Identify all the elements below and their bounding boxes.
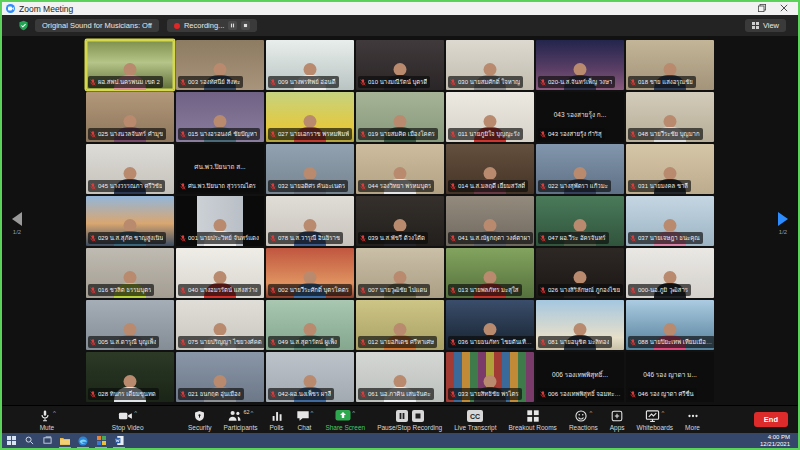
- participant-tile[interactable]: 032 นายอดิศร คันธะเนตร: [266, 144, 354, 194]
- participant-tile[interactable]: 030 นายสมศักดิ์ ใจหาญ: [446, 40, 534, 90]
- close-icon[interactable]: [780, 4, 788, 14]
- muted-mic-icon: [450, 287, 456, 294]
- participant-grid: ผอ.สพป.นครพนม เขต 2003 รองทัศนีย์ สิงหะ0…: [86, 40, 714, 402]
- participant-tile[interactable]: 078 น.ส.วารุณี อินธิราช: [266, 196, 354, 246]
- participant-tile[interactable]: 045 นางวรรณภา ศรีวิชัย: [86, 144, 174, 194]
- participant-tile[interactable]: 018 ชาย แสงอรุณชัย: [626, 40, 714, 90]
- encryption-shield-icon[interactable]: [18, 20, 29, 31]
- participant-tile[interactable]: 033 นายสิทธิชัย พรไตร: [446, 352, 534, 402]
- participant-tile[interactable]: 012 นายอภิเดช ศรีหาเศษ: [356, 300, 444, 350]
- toolbar-transcript-button[interactable]: CCLive Transcript: [454, 406, 496, 434]
- participant-name-tag: 011 นายภูมิใจ บุญญะรัง: [448, 128, 523, 140]
- participant-tile[interactable]: 061 นอ.ภาคิน เสนจันตะ: [356, 352, 444, 402]
- participant-name-tag: 045 นางวรรณภา ศรีวิชัย: [88, 180, 165, 192]
- participant-tile[interactable]: 046 รอง ญาดา ม...046 รอง ญาดา ศรีชื่น: [626, 352, 714, 402]
- participant-tile[interactable]: 026 นางสิริลักษณ์ ภูกองไชย: [536, 248, 624, 298]
- participant-tile[interactable]: 081 นายอนุชิต มะลิทอง: [536, 300, 624, 350]
- toolbar-chat-button[interactable]: ^Chat: [296, 406, 314, 434]
- toolbar-security-button[interactable]: Security: [188, 406, 211, 434]
- start-menu-icon[interactable]: [2, 433, 20, 448]
- participant-tile[interactable]: 039 น.ส.พัชรี ด้วงโต้ด: [356, 196, 444, 246]
- participant-tile[interactable]: 020-น.ส.จันทร์เพ็ญ วงษา: [536, 40, 624, 90]
- participant-tile[interactable]: 015 นางอรอนงค์ ชัยปัญหา: [176, 92, 264, 142]
- participant-tile[interactable]: 029 น.ส.สุภัค ชาญสูงเนิน: [86, 196, 174, 246]
- participant-tile[interactable]: 016 ชวลิต ธรรมบุตร: [86, 248, 174, 298]
- toolbar-video-button[interactable]: ^Stop Video: [112, 406, 144, 434]
- toolbar-more-button[interactable]: More: [685, 406, 700, 434]
- participant-tile[interactable]: 031 นายมงคล ชาลี: [626, 144, 714, 194]
- participant-tile[interactable]: 088 นายปิยะเทพ เทียมเมืองแพน: [626, 300, 714, 350]
- toolbar-reactions-button[interactable]: ^Reactions: [569, 406, 598, 434]
- participant-tile[interactable]: 009 นางพรทิพย์ อ่อนดี: [266, 40, 354, 90]
- participant-name-tag: 032 นายอดิศร คันธะเนตร: [268, 180, 348, 192]
- participant-tile[interactable]: 043 รองสายรุ้ง ก...043 รองสายรุ้ง กำริสุ: [536, 92, 624, 142]
- end-meeting-button[interactable]: End: [754, 412, 788, 427]
- muted-mic-icon: [270, 79, 276, 86]
- participant-tile[interactable]: 021 ธนกฤต อุ่นเมือง: [176, 352, 264, 402]
- participant-tile[interactable]: 049 น.ส.สุดารัตน์ ผูเพ็ง: [266, 300, 354, 350]
- search-icon[interactable]: [20, 433, 38, 448]
- participant-name-tag: 039 น.ส.พัชรี ด้วงโต้ด: [358, 232, 428, 244]
- participant-tile[interactable]: 010 นางมณีรัตน์ บุตรดี: [356, 40, 444, 90]
- task-view-icon[interactable]: [38, 433, 56, 448]
- toolbar-participants-button[interactable]: 62^Participants: [223, 406, 257, 434]
- chevron-up-icon[interactable]: ^: [352, 410, 355, 416]
- toolbar-polls-button[interactable]: Polls: [269, 406, 283, 434]
- participant-tile[interactable]: 011 นายภูมิใจ บุญญะรัง: [446, 92, 534, 142]
- original-sound-button[interactable]: Original Sound for Musicians: Off: [35, 19, 159, 32]
- toolbar-apps-button[interactable]: Apps: [610, 406, 625, 434]
- chevron-up-icon[interactable]: ^: [53, 410, 56, 416]
- chevron-up-icon[interactable]: ^: [661, 410, 664, 416]
- stop-recording-icon[interactable]: [241, 21, 250, 30]
- participant-tile[interactable]: 048 นายวีระชัย บุญมาก: [626, 92, 714, 142]
- restore-icon[interactable]: [758, 4, 766, 14]
- muted-mic-icon: [630, 391, 636, 398]
- toolbar-breakout-button[interactable]: Breakout Rooms: [508, 406, 556, 434]
- participant-tile[interactable]: 028 ทินกร เดี่ยมขุนทด: [86, 352, 174, 402]
- taskbar-clock[interactable]: 4:00 PM 12/21/2021: [760, 434, 798, 448]
- participant-tile[interactable]: 000-นอ.ภูมิ วุฒิสาร: [626, 248, 714, 298]
- participant-tile[interactable]: 075 นายปริญญา ไชยวงศ์คต: [176, 300, 264, 350]
- toolbar-whiteboard-button[interactable]: ^Whiteboards: [637, 406, 674, 434]
- file-explorer-icon[interactable]: [56, 433, 74, 448]
- toolbar-share-button[interactable]: ^Share Screen: [325, 406, 365, 434]
- muted-mic-icon: [360, 183, 366, 190]
- chevron-up-icon[interactable]: ^: [589, 410, 592, 416]
- participant-tile[interactable]: 002 นายวีระศักดิ์ บุตรโคตร: [266, 248, 354, 298]
- chevron-up-icon[interactable]: ^: [134, 410, 137, 416]
- participant-tile[interactable]: 040 นางอมรรัตน์ แสงสว่าง: [176, 248, 264, 298]
- participant-tile[interactable]: 047 ผอ.วีระ อัครจันทร์: [536, 196, 624, 246]
- pause-recording-icon[interactable]: [228, 21, 237, 30]
- toolbar-mute-button[interactable]: ^Mute: [38, 406, 56, 434]
- participant-tile[interactable]: 005 น.ส.ดารุณี บุญเพ็ง: [86, 300, 174, 350]
- chevron-up-icon[interactable]: ^: [251, 410, 254, 416]
- participant-tile[interactable]: 019 นายสมคิด เมืองโคตร: [356, 92, 444, 142]
- participant-tile[interactable]: 006 รองเทพพิสุทธิ์...006 รองเทพพิสุทธิ์ …: [536, 352, 624, 402]
- participant-tile[interactable]: 013 นายพลภัทร มะสุใส: [446, 248, 534, 298]
- word-app-icon[interactable]: [110, 433, 128, 448]
- edge-browser-icon[interactable]: [74, 433, 92, 448]
- participant-tile[interactable]: 042-ผอ.นงเพ็ชร ผาลี: [266, 352, 354, 402]
- participant-tile[interactable]: 003 รองทัศนีย์ สิงหะ: [176, 40, 264, 90]
- chevron-up-icon[interactable]: ^: [311, 410, 314, 416]
- previous-page-arrow[interactable]: 1/2: [6, 212, 28, 235]
- participant-tile[interactable]: ศน.พว.ปิยนาถ ส...ศน.พว.ปิยนาถ สุวรรณไตร: [176, 144, 264, 194]
- participant-tile[interactable]: 022 นางสุพัตรา แก้วมะ: [536, 144, 624, 194]
- view-button[interactable]: View: [745, 19, 786, 32]
- office-app-icon[interactable]: [92, 433, 110, 448]
- muted-mic-icon: [630, 339, 636, 346]
- participant-tile[interactable]: 001 นายประวิทย์ จันทร์แดง: [176, 196, 264, 246]
- participant-tile[interactable]: 036 นายธนภัทร ไชยต้นเทือก: [446, 300, 534, 350]
- participant-tile[interactable]: 014 น.ส.มลฤดี เยี่ยมสวัสดิ์: [446, 144, 534, 194]
- participant-tile[interactable]: 037 นายเจษฎา ธนะคุณ: [626, 196, 714, 246]
- participant-name-tag: 028 ทินกร เดี่ยมขุนทด: [88, 388, 159, 400]
- participant-tile[interactable]: 044 รองวิทยา พรหมบุตร: [356, 144, 444, 194]
- participant-tile[interactable]: ผอ.สพป.นครพนม เขต 2: [86, 40, 174, 90]
- next-page-arrow[interactable]: 1/2: [772, 212, 794, 235]
- participant-tile[interactable]: 007 นายวุฒิชัย ไปแดน: [356, 248, 444, 298]
- participant-tile[interactable]: 041 น.ส.ณัฐกฤตา วงค์ตาผา: [446, 196, 534, 246]
- participant-tile[interactable]: 025 นางนวลจันทร์ คำมุข: [86, 92, 174, 142]
- participant-tile[interactable]: 027 นายเอกราช พรหมพิมพ์: [266, 92, 354, 142]
- toolbar-record-button[interactable]: Pause/Stop Recording: [377, 406, 442, 434]
- muted-mic-icon: [540, 339, 546, 346]
